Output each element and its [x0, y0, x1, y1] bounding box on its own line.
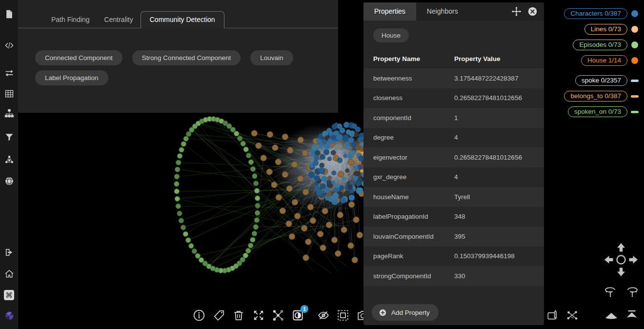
legend-node-chip[interactable]: House 1/14: [581, 55, 627, 66]
pan-center-icon: [617, 256, 625, 264]
strong-connected-component-button[interactable]: Strong Connected Component: [132, 50, 241, 65]
select-area-icon[interactable]: [336, 308, 349, 322]
property-row[interactable]: betweenness3.1754487222428387: [363, 68, 544, 88]
category-chip[interactable]: House: [373, 28, 409, 42]
property-value-cell: 4: [454, 134, 544, 141]
property-name-cell: componentId: [363, 114, 454, 122]
property-row[interactable]: componentId1: [363, 108, 544, 128]
rotate-right-icon: [625, 285, 639, 298]
plus-circle-icon: [379, 308, 387, 317]
add-property-button[interactable]: Add Property: [372, 304, 439, 321]
property-name-cell: strongComponentId: [363, 272, 454, 280]
pitch-up-icon: [625, 309, 639, 319]
property-value-cell: 0.26582278481012656: [454, 94, 544, 102]
tab-community-detection[interactable]: Community Detection: [141, 11, 224, 28]
analytics-tabs: Path Finding Centrality Community Detect…: [18, 12, 338, 28]
property-value-cell: 4: [454, 173, 544, 181]
property-value-cell: 1: [454, 114, 544, 122]
contrast-icon[interactable]: 1: [291, 308, 304, 322]
node-color-dot: [629, 10, 640, 17]
property-name-cell: houseName: [363, 193, 454, 201]
property-name-cell: betweenness: [363, 75, 454, 82]
command-icon[interactable]: ⌘: [4, 289, 15, 300]
pitch-down-button[interactable]: [604, 309, 618, 321]
graph-nodes-icon[interactable]: [271, 308, 284, 322]
property-row[interactable]: eigenvector0.26582278481012656: [363, 147, 544, 167]
legend-node-item[interactable]: Episodes 0/73: [573, 40, 640, 50]
sitemap-icon[interactable]: [4, 108, 15, 119]
edge-color-dash: [629, 109, 640, 115]
legend-node-chip[interactable]: Episodes 0/73: [573, 40, 627, 50]
note-edit-button[interactable]: [546, 308, 560, 322]
trash-icon[interactable]: [232, 308, 245, 322]
notification-badge: 1: [301, 305, 308, 313]
legend-node-item[interactable]: Characters 0/387: [564, 8, 640, 19]
property-table-header: Property Name Property Value: [363, 49, 544, 68]
label-propagation-button[interactable]: Label Propagation: [35, 70, 108, 85]
legend-node-item[interactable]: House 1/14: [581, 55, 640, 66]
property-value-cell: 3.1754487222428387: [454, 75, 544, 82]
table-icon[interactable]: [4, 88, 15, 99]
move-panel-icon[interactable]: [511, 6, 522, 17]
property-row[interactable]: labelPropagationId348: [363, 207, 544, 227]
legend-node-item[interactable]: Lines 0/73: [584, 24, 640, 35]
rotate-left-button[interactable]: [604, 285, 617, 298]
column-property-value: Property Value: [454, 55, 544, 62]
property-value-cell: 0.150379939446198: [454, 252, 544, 260]
properties-panel-tabs: Properties Neighbors: [363, 2, 544, 21]
filter-icon[interactable]: [4, 132, 15, 143]
edge-cut-icon: [566, 309, 579, 322]
pan-right-icon: [629, 256, 638, 264]
property-row[interactable]: degree4: [363, 128, 544, 148]
property-name-cell: labelPropagationId: [363, 213, 454, 220]
property-name-cell: pageRank: [363, 252, 454, 260]
app-window: ⌘ Path Finding Centrality Community Dete…: [0, 0, 644, 329]
pitch-up-button[interactable]: [625, 308, 639, 320]
rotate-left-icon: [604, 285, 617, 298]
tab-neighbors[interactable]: Neighbors: [416, 2, 469, 21]
connected-component-button[interactable]: Connected Component: [35, 50, 122, 65]
eye-off-icon[interactable]: [317, 308, 330, 322]
property-row[interactable]: closeness0.26582278481012656: [363, 88, 544, 108]
legend-edge-item[interactable]: spoke 0/2357: [575, 75, 640, 86]
legend-edge-chip[interactable]: spoken_on 0/73: [568, 106, 627, 117]
legend-edge-chip[interactable]: spoke 0/2357: [575, 75, 627, 86]
file-icon[interactable]: [4, 9, 15, 20]
swap-arrows-icon[interactable]: [4, 67, 15, 78]
sign-out-icon[interactable]: [4, 247, 15, 258]
tab-centrality[interactable]: Centrality: [97, 12, 141, 28]
pan-control[interactable]: [602, 240, 641, 279]
legend-node-chip[interactable]: Characters 0/387: [564, 8, 627, 19]
property-row[interactable]: louvainComponentId395: [363, 226, 544, 247]
legend-edge-item[interactable]: belongs_to 0/387: [564, 91, 640, 102]
property-row[interactable]: pageRank0.150379939446198: [363, 247, 544, 267]
legend-edge-chip[interactable]: belongs_to 0/387: [564, 91, 627, 102]
rotate-right-button[interactable]: [625, 285, 639, 298]
app-logo-icon[interactable]: [4, 310, 15, 321]
network-icon[interactable]: [4, 154, 15, 165]
node-color-dot: [629, 26, 640, 33]
property-row[interactable]: gxr_degree4: [363, 167, 544, 187]
tab-properties[interactable]: Properties: [363, 2, 416, 21]
info-icon[interactable]: [192, 308, 205, 322]
globe-icon[interactable]: [4, 176, 15, 186]
louvain-button[interactable]: Louvain: [250, 50, 293, 65]
code-icon[interactable]: [4, 40, 15, 51]
pitch-down-icon: [604, 311, 618, 320]
property-row[interactable]: houseNameTyrell: [363, 187, 544, 207]
note-edit-icon: [546, 309, 559, 322]
properties-panel: Properties Neighbors House Property Name…: [363, 2, 544, 325]
edge-cut-button[interactable]: [565, 308, 579, 322]
legend-edge-item[interactable]: spoken_on 0/73: [568, 106, 640, 117]
tag-icon[interactable]: [212, 308, 225, 322]
close-panel-icon[interactable]: [527, 6, 538, 17]
legend-node-chip[interactable]: Lines 0/73: [584, 24, 627, 35]
add-property-label: Add Property: [391, 309, 430, 316]
property-row[interactable]: strongComponentId330: [363, 266, 544, 286]
property-name-cell: closeness: [363, 94, 454, 102]
expand-icon[interactable]: [252, 308, 265, 322]
pan-down-icon: [617, 268, 625, 277]
analytics-panel: Path Finding Centrality Community Detect…: [18, 0, 338, 113]
home-icon[interactable]: [4, 268, 15, 279]
tab-path-finding[interactable]: Path Finding: [44, 12, 97, 28]
